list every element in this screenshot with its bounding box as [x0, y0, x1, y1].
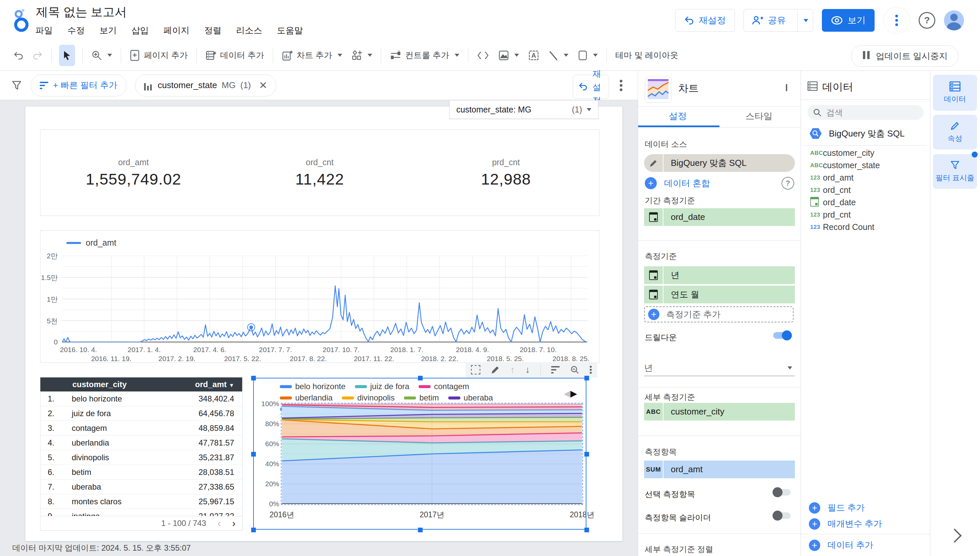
rail-data-button[interactable]: 데이터: [933, 75, 977, 111]
drilldown-toggle[interactable]: [772, 330, 792, 340]
table-row[interactable]: 4.uberlandia47,781.57: [40, 436, 242, 450]
table-row[interactable]: 5.divinopolis35,231.87: [40, 450, 242, 465]
scorecard-ord-amt[interactable]: ord_amt 1,559,749.02: [40, 130, 226, 216]
dimension-chip-year[interactable]: 년: [644, 266, 795, 284]
table-row[interactable]: 7.uberaba27,338.65: [40, 480, 242, 494]
add-dimension-button[interactable]: + 측정기준 추가: [644, 306, 793, 322]
customer-state-control[interactable]: customer_state: MG (1): [449, 100, 598, 119]
prev-page-icon[interactable]: ‹: [218, 517, 221, 529]
remove-filter-icon[interactable]: ✕: [259, 79, 267, 91]
insert-image-button[interactable]: [498, 50, 519, 61]
field-item-ord_date[interactable]: ord_date: [801, 196, 930, 208]
field-item-prd_cnt[interactable]: 123prd_cnt: [801, 208, 930, 221]
add-parameter-button[interactable]: + 매개변수 추가: [809, 518, 882, 530]
city-table[interactable]: customer_city ord_amt ▼ 1.belo horizonte…: [40, 377, 242, 531]
metric-slider-toggle[interactable]: [772, 511, 792, 520]
table-row[interactable]: 8.montes claros25,967.15: [40, 494, 242, 509]
customer-state-filter-chip[interactable]: customer_state MG (1) ✕: [135, 74, 277, 97]
zoom-tool-button[interactable]: [91, 50, 112, 61]
legend-entry[interactable]: betim: [404, 393, 439, 402]
field-item-ord_cnt[interactable]: 123ord_cnt: [801, 184, 930, 196]
quick-filter-add-chip[interactable]: + 빠른 필터 추가: [31, 74, 126, 97]
menu-item-5[interactable]: 정렬: [204, 25, 221, 36]
menu-item-0[interactable]: 파일: [35, 25, 53, 36]
report-canvas[interactable]: customer_state: MG (1) ord_amt 1,559,749…: [0, 100, 638, 556]
field-item-customer_city[interactable]: ABCcustomer_city: [801, 147, 930, 159]
table-row[interactable]: 9.ipatinga21,927.32: [40, 509, 242, 516]
menu-item-2[interactable]: 보기: [99, 25, 117, 36]
help-circle-icon[interactable]: ?: [782, 177, 794, 189]
collapse-rail-icon[interactable]: [948, 529, 962, 543]
data-source-chip[interactable]: BigQuery 맞춤 SQL: [644, 154, 795, 172]
blend-data-row[interactable]: + 데이터 혼합 ?: [645, 177, 794, 189]
scorecard-group[interactable]: ord_amt 1,559,749.02 ord_cnt 11,422 prd_…: [40, 129, 600, 216]
marquee-select-icon[interactable]: [471, 365, 480, 375]
timeseries-plot[interactable]: [62, 255, 587, 343]
share-button[interactable]: 공유: [743, 9, 813, 32]
tab-setup[interactable]: 설정: [669, 110, 687, 122]
menu-item-3[interactable]: 삽입: [131, 25, 149, 36]
metric-chip[interactable]: SUM ord_amt: [644, 461, 795, 478]
blend-button[interactable]: [351, 50, 372, 61]
legend-entry[interactable]: uberlandia: [280, 393, 332, 402]
stacked-plot[interactable]: [282, 404, 582, 504]
add-page-button[interactable]: 페이지 추가: [130, 50, 188, 61]
avatar[interactable]: [944, 10, 964, 31]
col-customer-city[interactable]: customer_city: [64, 380, 172, 389]
pencil-icon[interactable]: [644, 154, 663, 172]
drill-level-select[interactable]: 년: [644, 360, 795, 376]
menu-item-6[interactable]: 리소스: [236, 25, 262, 36]
scorecard-ord-cnt[interactable]: ord_cnt 11,422: [226, 130, 413, 216]
search-input[interactable]: 검색: [808, 105, 924, 120]
legend-entry[interactable]: belo horizonte: [280, 382, 346, 391]
redo-button[interactable]: [33, 50, 43, 60]
reset-button[interactable]: 재설정: [675, 9, 735, 32]
next-page-icon[interactable]: ›: [232, 517, 235, 529]
insert-line-button[interactable]: [548, 50, 568, 60]
chart-filter-icon[interactable]: [551, 364, 560, 375]
col-ord-amt[interactable]: ord_amt ▼: [172, 380, 242, 389]
table-row[interactable]: 2.juiz de fora64,456.78: [40, 406, 242, 421]
share-dropdown[interactable]: [797, 9, 813, 31]
date-dimension-chip[interactable]: ord_date: [644, 208, 795, 226]
pause-updates-button[interactable]: 업데이트 일시중지: [851, 45, 959, 67]
view-button[interactable]: 보기: [822, 9, 875, 32]
collapse-chevron-icon[interactable]: [786, 84, 787, 90]
control-reset-button[interactable]: 재설정: [573, 75, 609, 99]
add-chart-button[interactable]: 차트 추가: [282, 50, 342, 61]
rail-properties-button[interactable]: 속성: [933, 115, 977, 150]
help-icon[interactable]: ?: [919, 12, 935, 29]
add-field-button[interactable]: + 필드 추가: [809, 502, 865, 514]
add-control-button[interactable]: 컨트롤 추가: [390, 50, 459, 61]
add-data-button[interactable]: + 데이터 추가: [809, 539, 873, 551]
insert-text-button[interactable]: A: [529, 50, 539, 61]
legend-entry[interactable]: contagem: [419, 382, 469, 391]
report-title[interactable]: 제목 없는 보고서: [36, 5, 127, 19]
field-item-Record Count[interactable]: 123Record Count: [801, 221, 930, 233]
field-item-ord_amt[interactable]: 123ord_amt: [801, 171, 930, 184]
add-data-button[interactable]: 데이터 추가: [205, 50, 264, 61]
insert-shape-button[interactable]: [578, 50, 598, 61]
chart-type-thumbnail[interactable]: [645, 77, 671, 103]
tab-style[interactable]: 스타일: [746, 110, 772, 122]
timeseries-chart[interactable]: ord_amt 05천1만1.5만2만2016. 10. 4.2016. 11.…: [40, 230, 600, 363]
embed-url-button[interactable]: [477, 51, 489, 60]
menu-item-1[interactable]: 수정: [68, 25, 85, 36]
theme-layout-button[interactable]: 테마 및 레이아웃: [616, 50, 679, 61]
legend-pager[interactable]: ◀▶: [564, 388, 577, 399]
dimension-chip-yearmonth[interactable]: 연도 월: [644, 286, 795, 303]
legend-entry[interactable]: juiz de fora: [355, 382, 409, 391]
stacked-area-chart[interactable]: belo horizontejuiz de foracontagemuberla…: [253, 378, 587, 520]
menu-item-4[interactable]: 페이지: [163, 25, 189, 36]
filterbar-kebab-icon[interactable]: [620, 78, 622, 93]
table-row[interactable]: 6.betim28,038.51: [40, 465, 242, 480]
legend-entry[interactable]: divinopolis: [342, 393, 395, 402]
breakdown-chip[interactable]: ABC customer_city: [644, 403, 795, 420]
data-source-row[interactable]: BigQuery 맞춤 SQL: [809, 128, 904, 139]
rail-filter-bar-button[interactable]: 필터 표시줄: [933, 154, 977, 189]
table-header[interactable]: customer_city ord_amt ▼: [40, 377, 242, 391]
data-zoom-icon[interactable]: [570, 365, 579, 375]
edit-pencil-icon[interactable]: [491, 365, 500, 375]
field-item-customer_state[interactable]: ABCcustomer_state: [801, 159, 930, 171]
undo-button[interactable]: [13, 50, 23, 60]
